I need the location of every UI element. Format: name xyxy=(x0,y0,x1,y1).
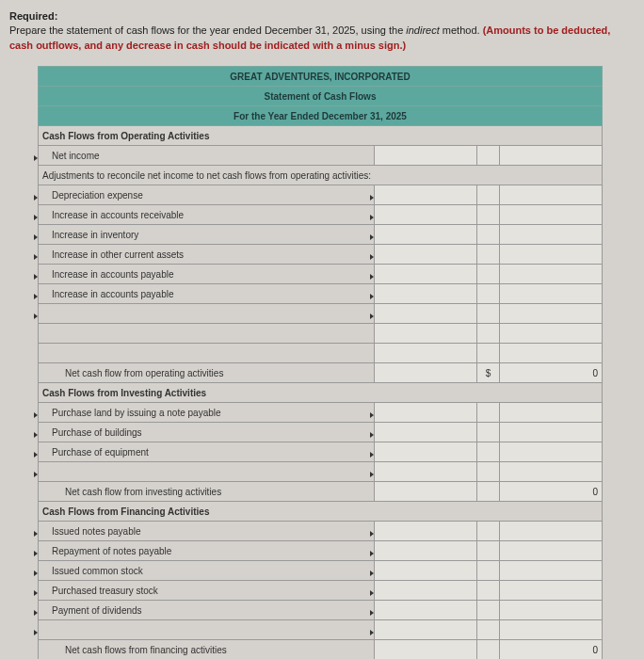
line-inv[interactable]: Increase in inventory xyxy=(39,225,375,245)
input-cell[interactable] xyxy=(374,581,476,601)
line-equip[interactable]: Purchase of equipment xyxy=(39,442,375,462)
input-cell[interactable] xyxy=(374,225,476,245)
adjustments-label: Adjustments to reconcile net income to n… xyxy=(39,166,603,185)
input-cell[interactable] xyxy=(374,561,476,581)
operating-subtotal-label: Net cash flow from operating activities xyxy=(39,363,375,383)
instruction-text-c: method. xyxy=(440,24,483,36)
input-cell[interactable] xyxy=(374,344,476,363)
input-cell[interactable] xyxy=(374,245,476,265)
operating-header: Cash Flows from Operating Activities xyxy=(39,126,603,146)
input-cell[interactable] xyxy=(374,423,476,442)
line-issued-np[interactable]: Issued notes payable xyxy=(39,522,375,541)
input-cell[interactable] xyxy=(374,205,476,225)
input-cell[interactable] xyxy=(374,265,476,284)
blank-line[interactable] xyxy=(39,324,375,344)
input-cell[interactable] xyxy=(374,324,476,344)
line-land[interactable]: Purchase land by issuing a note payable xyxy=(39,403,375,423)
input-cell[interactable] xyxy=(374,304,476,324)
input-cell[interactable] xyxy=(374,146,476,166)
input-cell[interactable] xyxy=(374,462,476,482)
input-cell[interactable] xyxy=(374,522,476,541)
blank-line[interactable] xyxy=(39,344,375,363)
input-cell[interactable] xyxy=(374,620,476,640)
instruction-text-a: Prepare the statement of cash flows for … xyxy=(9,24,406,36)
statement-period: For the Year Ended December 31, 2025 xyxy=(39,106,603,126)
line-common[interactable]: Issued common stock xyxy=(39,561,375,581)
input-cell[interactable] xyxy=(374,185,476,205)
investing-subtotal-label: Net cash flow from investing activities xyxy=(39,482,375,502)
line-ar[interactable]: Increase in accounts receivable xyxy=(39,205,375,225)
line-ap1[interactable]: Increase in accounts payable xyxy=(39,265,375,284)
investing-header: Cash Flows from Investing Activities xyxy=(39,383,603,403)
line-net-income[interactable]: Net income xyxy=(39,146,375,166)
company-name: GREAT ADVENTURES, INCORPORATED xyxy=(39,67,603,87)
line-oca[interactable]: Increase in other current assets xyxy=(39,245,375,265)
line-ap2[interactable]: Increase in accounts payable xyxy=(39,284,375,304)
line-dividends[interactable]: Payment of dividends xyxy=(39,601,375,620)
required-label: Required: xyxy=(9,10,57,22)
operating-subtotal-value: 0 xyxy=(499,363,602,383)
statement-title: Statement of Cash Flows xyxy=(39,87,603,106)
financing-subtotal-value: 0 xyxy=(499,640,602,659)
financing-subtotal-label: Net cash flows from financing activities xyxy=(39,640,375,659)
blank-line[interactable] xyxy=(39,620,375,640)
instruction-text-b: indirect xyxy=(406,24,439,36)
input-cell[interactable] xyxy=(374,284,476,304)
cash-flow-statement: GREAT ADVENTURES, INCORPORATED Statement… xyxy=(38,66,603,659)
input-cell[interactable] xyxy=(374,601,476,620)
instructions-block: Required: Prepare the statement of cash … xyxy=(9,9,635,53)
blank-line[interactable] xyxy=(39,304,375,324)
dollar-sign: $ xyxy=(477,363,499,383)
input-cell[interactable] xyxy=(374,442,476,462)
blank-line[interactable] xyxy=(39,462,375,482)
input-cell[interactable] xyxy=(374,541,476,561)
financing-header: Cash Flows from Financing Activities xyxy=(39,502,603,522)
line-dep[interactable]: Depreciation expense xyxy=(39,185,375,205)
investing-subtotal-value: 0 xyxy=(499,482,602,502)
line-bldg[interactable]: Purchase of buildings xyxy=(39,423,375,442)
line-repay-np[interactable]: Repayment of notes payable xyxy=(39,541,375,561)
input-cell[interactable] xyxy=(374,403,476,423)
line-treasury[interactable]: Purchased treasury stock xyxy=(39,581,375,601)
